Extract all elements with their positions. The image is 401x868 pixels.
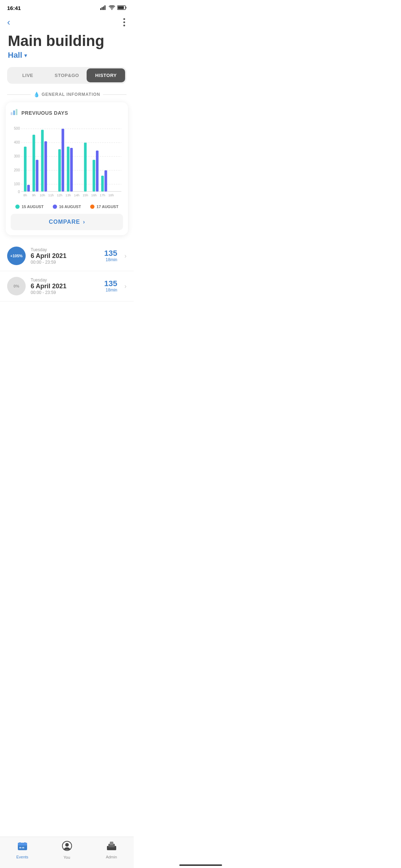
svg-rect-1 [102, 7, 103, 10]
svg-rect-32 [84, 143, 87, 191]
compare-button[interactable]: COMPARE › [11, 214, 123, 230]
list-item-time-1: 00:00 - 23:59 [31, 260, 99, 265]
more-dot-1 [123, 18, 125, 20]
hall-label: Hall [8, 51, 22, 60]
list-item-stats-2: 135 18min [104, 280, 117, 293]
svg-rect-30 [67, 147, 70, 192]
list-item-info-2: Tuesday 6 April 2021 00:00 - 23:59 [31, 278, 99, 295]
more-dot-3 [123, 25, 125, 26]
svg-rect-28 [58, 149, 61, 192]
list-item-arrow-1: › [124, 252, 127, 260]
svg-rect-6 [126, 7, 127, 9]
divider-label: 💧 GENERAL INFORMATION [34, 92, 101, 97]
list-item-time-2: 00:00 - 23:59 [31, 290, 99, 295]
legend-aug15: 15 AUGUST [15, 205, 43, 209]
legend-aug16: 16 AUGUST [53, 205, 81, 209]
legend-dot-aug15 [15, 205, 20, 209]
svg-rect-23 [27, 185, 30, 192]
title-section: Main building Hall ▾ [0, 29, 134, 67]
badge-circle-2: 0% [7, 277, 26, 295]
divider-line-left [7, 94, 31, 95]
legend-label-aug15: 15 AUGUST [22, 205, 43, 209]
tab-bar: LIVE STOP&GO HISTORY [7, 67, 127, 84]
more-dot-2 [123, 21, 125, 23]
legend-dot-aug17 [90, 205, 94, 209]
stat-number-2: 135 [104, 280, 117, 288]
svg-text:12h: 12h [57, 193, 62, 197]
svg-text:14h: 14h [74, 193, 79, 197]
svg-text:9h: 9h [32, 193, 36, 197]
svg-text:15h: 15h [83, 193, 88, 197]
legend-aug17: 17 AUGUST [90, 205, 118, 209]
svg-text:100: 100 [14, 182, 20, 186]
list-item-info-1: Tuesday 6 April 2021 00:00 - 23:59 [31, 247, 99, 265]
svg-text:11h: 11h [48, 193, 53, 197]
badge-label-1: +105% [10, 254, 23, 258]
stat-min-2: 18min [106, 288, 117, 293]
chart-title: PREVIUOUS DAYS [11, 109, 123, 117]
list-item[interactable]: +105% Tuesday 6 April 2021 00:00 - 23:59… [0, 241, 134, 271]
svg-rect-27 [45, 141, 47, 192]
legend-label-aug16: 16 AUGUST [59, 205, 81, 209]
time: 16:41 [7, 5, 21, 11]
svg-rect-8 [13, 110, 15, 115]
svg-rect-34 [96, 151, 98, 192]
svg-rect-29 [62, 129, 64, 192]
compare-text: COMPARE [49, 219, 80, 225]
divider-line-right [103, 94, 127, 95]
list-item-arrow-2: › [124, 283, 127, 290]
list-item-day-1: Tuesday [31, 247, 99, 252]
stat-number-1: 135 [104, 249, 117, 257]
svg-text:300: 300 [14, 154, 20, 158]
section-divider: 💧 GENERAL INFORMATION [7, 92, 127, 97]
chart-area: 500 400 300 200 100 0 [11, 123, 123, 201]
list-item-stats-1: 135 18min [104, 249, 117, 262]
svg-text:200: 200 [14, 168, 20, 172]
svg-rect-0 [100, 8, 101, 10]
compare-arrow: › [83, 219, 85, 225]
list-item-day-2: Tuesday [31, 278, 99, 283]
building-title: Main building [8, 33, 126, 49]
hall-selector[interactable]: Hall ▾ [8, 51, 126, 60]
svg-rect-26 [41, 130, 43, 191]
svg-text:16h: 16h [91, 193, 97, 197]
list-item-date-2: 6 April 2021 [31, 283, 99, 290]
svg-text:17h: 17h [100, 193, 105, 197]
legend-dot-aug16 [53, 205, 57, 209]
header: ‹ [0, 14, 134, 29]
svg-rect-24 [32, 135, 35, 191]
badge-circle-1: +105% [7, 247, 26, 265]
tab-live[interactable]: LIVE [9, 68, 47, 82]
battery-icon [117, 5, 127, 11]
svg-rect-3 [104, 5, 106, 10]
tab-history[interactable]: HISTORY [87, 68, 125, 82]
wifi-icon [109, 5, 115, 11]
svg-rect-2 [103, 6, 104, 10]
badge-label-2: 0% [14, 284, 19, 288]
svg-text:500: 500 [14, 126, 20, 130]
chart-legend: 15 AUGUST 16 AUGUST 17 AUGUST [11, 205, 123, 209]
chart-title-icon [11, 109, 19, 117]
svg-rect-25 [36, 160, 38, 192]
svg-rect-5 [118, 6, 124, 9]
svg-rect-22 [24, 147, 26, 192]
status-bar: 16:41 [0, 0, 134, 14]
svg-text:10h: 10h [40, 193, 45, 197]
tab-stopgo[interactable]: STOP&GO [48, 68, 86, 82]
status-icons [100, 5, 127, 11]
svg-rect-33 [93, 160, 95, 192]
svg-rect-36 [104, 170, 107, 191]
drop-icon: 💧 [34, 92, 40, 97]
more-button[interactable] [122, 17, 127, 28]
divider-text: GENERAL INFORMATION [42, 92, 101, 97]
list-section: +105% Tuesday 6 April 2021 00:00 - 23:59… [0, 241, 134, 301]
stat-min-1: 18min [106, 257, 117, 262]
chevron-down-icon: ▾ [24, 52, 27, 59]
signal-icon [100, 5, 107, 11]
list-item-date-1: 6 April 2021 [31, 252, 99, 260]
back-button[interactable]: ‹ [7, 17, 10, 28]
svg-text:400: 400 [14, 140, 20, 144]
svg-rect-9 [16, 109, 17, 115]
list-item-2[interactable]: 0% Tuesday 6 April 2021 00:00 - 23:59 13… [0, 271, 134, 301]
svg-text:18h: 18h [108, 193, 114, 197]
